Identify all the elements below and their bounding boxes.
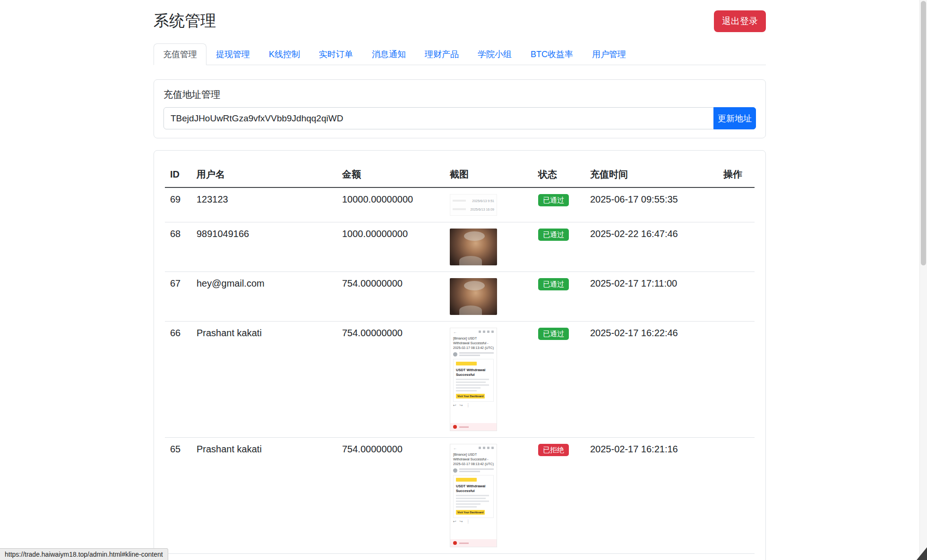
status-badge: 已通过 (538, 194, 569, 206)
scrollbar-track[interactable] (919, 0, 927, 560)
cell-screenshot (445, 222, 533, 272)
col-header-id: ID (165, 162, 191, 187)
status-bar-url: https://trade.haiwaiym18.top/admin.html#… (0, 548, 168, 560)
avatar (453, 468, 457, 473)
decor-icons (479, 447, 494, 450)
recharge-records-card: ID 用户名 金额 截图 状态 充值时间 操作 69 123123 10000.… (154, 150, 766, 560)
tab-bar: 充值管理 提现管理 K线控制 实时订单 消息通知 理财产品 学院小组 BTC收益… (154, 43, 766, 65)
tab-withdrawal-management[interactable]: 提现管理 (206, 43, 259, 65)
status-badge: 已通过 (538, 278, 569, 290)
cell-username: 123123 (191, 187, 337, 222)
table-row: 68 9891049166 1000.00000000 已通过 2025-02-… (165, 222, 755, 272)
cell-id: 67 (165, 272, 191, 322)
screenshot-thumbnail[interactable]: ← [Binance] USDT Withdrawal Successful -… (450, 328, 497, 431)
cell-time: 2025-02-17 17:11:00 (585, 272, 718, 322)
binance-logo (456, 478, 477, 482)
decor-toolbar: ← (453, 447, 494, 450)
dashboard-button-text: Visit Your Dashboard (456, 394, 485, 399)
decor-line (453, 208, 466, 210)
back-arrow-icon: ← (453, 447, 457, 450)
tab-realtime-orders[interactable]: 实时订单 (309, 43, 362, 65)
tab-kline-control[interactable]: K线控制 (259, 43, 309, 65)
status-badge: 已通过 (538, 328, 569, 340)
scroll-corner-triangle (917, 547, 927, 560)
receipt-date-text: 2025/6/13 9:51 (472, 199, 494, 203)
tab-user-management[interactable]: 用户管理 (583, 43, 635, 65)
tab-btc-yield[interactable]: BTC收益率 (521, 43, 583, 65)
cell-username: hey@gmail.com (191, 272, 337, 322)
cell-status: 已通过 (533, 222, 585, 272)
email-subject-text: [Binance] USDT Withdrawal Successful - 2… (453, 452, 494, 466)
status-badge: 已通过 (538, 229, 569, 241)
screenshot-thumbnail[interactable]: ← [Binance] USDT Withdrawal Successful -… (450, 444, 497, 547)
table-row: 66 Prashant kakati 754.00000000 ← [Binan… (165, 322, 755, 438)
email-body-card: USDT Withdrawal Successful Visit Your Da… (453, 359, 494, 402)
avatar (453, 352, 457, 356)
dashboard-button-text: Visit Your Dashboard (456, 510, 485, 515)
cell-screenshot (445, 272, 533, 322)
cell-amount: 754.00000000 (337, 322, 445, 438)
cell-amount: 754.00000000 (337, 438, 445, 554)
cell-actions (718, 322, 755, 438)
tab-message-notifications[interactable]: 消息通知 (362, 43, 415, 65)
col-header-amount: 金额 (337, 162, 445, 187)
email-body-card: USDT Withdrawal Successful Visit Your Da… (453, 475, 494, 518)
cell-amount: 754.00000000 (337, 272, 445, 322)
decor-dot (453, 541, 457, 545)
cell-id: 64 (165, 554, 191, 560)
screenshot-thumbnail[interactable] (450, 229, 497, 265)
table-row: 64 RaghavMishra 300.00000000 BTC/USDT +3… (165, 554, 755, 560)
cell-screenshot: 2025/6/13 9:51 2025/6/13 16:09 (445, 187, 533, 222)
cell-id: 68 (165, 222, 191, 272)
decor-row: 2025/6/13 16:09 (453, 208, 494, 211)
update-address-button[interactable]: 更新地址 (713, 107, 756, 129)
cell-status: 已拒绝 (533, 438, 585, 554)
page-header: 系统管理 退出登录 (154, 0, 766, 32)
cell-id: 66 (165, 322, 191, 438)
cell-screenshot: BTC/USDT +300.0000 (445, 554, 533, 560)
receipt-date-text: 2025/6/13 16:09 (470, 208, 494, 211)
binance-logo (456, 362, 477, 365)
table-row: 69 123123 10000.00000000 2025/6/13 9:51 … (165, 187, 755, 222)
email-title-text: USDT Withdrawal Successful (456, 368, 491, 377)
col-header-actions: 操作 (718, 162, 755, 187)
cell-screenshot: ← [Binance] USDT Withdrawal Successful -… (445, 322, 533, 438)
email-subject-text: [Binance] USDT Withdrawal Successful - 2… (453, 336, 494, 350)
cell-id: 69 (165, 187, 191, 222)
tab-recharge-management[interactable]: 充值管理 (154, 43, 206, 65)
cell-actions (718, 272, 755, 322)
reply-icons: ↩↪⋮ (453, 520, 494, 524)
cell-amount: 10000.00000000 (337, 187, 445, 222)
decor-footer-bar (450, 539, 497, 547)
screenshot-thumbnail[interactable] (450, 278, 497, 315)
tab-academy-group[interactable]: 学院小组 (468, 43, 521, 65)
cell-username: Prashant kakati (191, 322, 337, 438)
recharge-address-input[interactable] (163, 107, 714, 129)
cell-amount: 1000.00000000 (337, 222, 445, 272)
decor-icons (479, 331, 494, 334)
screenshot-thumbnail[interactable]: 2025/6/13 9:51 2025/6/13 16:09 (450, 194, 497, 216)
scrollbar-thumb[interactable] (921, 1, 926, 265)
cell-time: 2025-02-22 16:47:46 (585, 222, 718, 272)
status-badge: 已拒绝 (538, 444, 569, 456)
cell-username: RaghavMishra (191, 554, 337, 560)
cell-status: 已通过 (533, 554, 585, 560)
recharge-records-table: ID 用户名 金额 截图 状态 充值时间 操作 69 123123 10000.… (165, 162, 755, 560)
decor-footer-bar (450, 423, 497, 431)
back-arrow-icon: ← (453, 331, 457, 334)
recharge-address-heading: 充值地址管理 (163, 88, 756, 101)
decor-toolbar: ← (453, 331, 494, 334)
email-title-text: USDT Withdrawal Successful (456, 484, 491, 493)
cell-status: 已通过 (533, 187, 585, 222)
cell-actions (718, 187, 755, 222)
cell-amount: 300.00000000 (337, 554, 445, 560)
cell-actions (718, 222, 755, 272)
col-header-screenshot: 截图 (445, 162, 533, 187)
cell-username: Prashant kakati (191, 438, 337, 554)
tab-financial-products[interactable]: 理财产品 (415, 43, 468, 65)
table-row: 65 Prashant kakati 754.00000000 ← [Binan… (165, 438, 755, 554)
cell-time: 2025-02-17 16:22:46 (585, 322, 718, 438)
logout-button[interactable]: 退出登录 (714, 10, 766, 32)
table-header-row: ID 用户名 金额 截图 状态 充值时间 操作 (165, 162, 755, 187)
cell-status: 已通过 (533, 272, 585, 322)
